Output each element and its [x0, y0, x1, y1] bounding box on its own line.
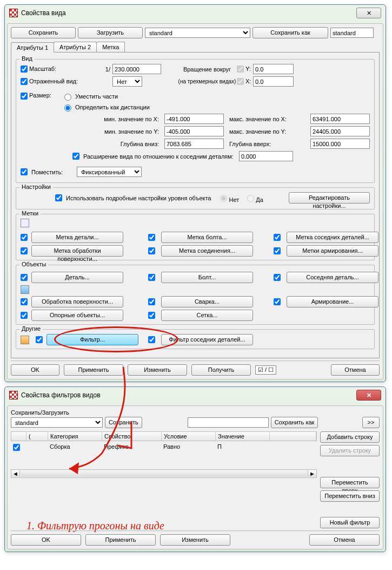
col-value[interactable]: Значение: [216, 432, 270, 441]
mark4-check[interactable]: [21, 245, 28, 257]
settings-legend: Настройки: [19, 184, 53, 190]
ok-button[interactable]: OK: [11, 364, 59, 376]
apply-button2[interactable]: Применить: [85, 534, 156, 546]
settings-no-radio: [220, 195, 227, 202]
mark6-check[interactable]: [273, 247, 282, 254]
edit-settings-button[interactable]: Редактировать настройки...: [289, 192, 370, 204]
depth-up-input[interactable]: [310, 139, 370, 149]
tab-attributes1[interactable]: Атрибуты 1: [11, 42, 54, 53]
preset-select[interactable]: standard: [145, 28, 250, 38]
obj8-check[interactable]: [147, 312, 156, 319]
mark-neighbor-button[interactable]: Метка соседних деталей...: [287, 232, 378, 243]
change-button2[interactable]: Изменить: [160, 534, 230, 546]
obj4-check[interactable]: [21, 296, 28, 307]
filter-properties-window: Свойства фильтров видов ✕ Сохранить/Загр…: [4, 386, 386, 552]
mark-surface-button[interactable]: Метка обработки поверхности...: [31, 245, 123, 257]
scroll-right-icon[interactable]: ►: [308, 470, 316, 477]
mark5-check[interactable]: [147, 247, 156, 254]
apply-button[interactable]: Применить: [64, 364, 123, 376]
obj2-check[interactable]: [147, 274, 156, 281]
save-button2[interactable]: Сохранить: [105, 417, 142, 428]
mark-rebar-button[interactable]: Метки армирования...: [287, 245, 378, 257]
close-button2[interactable]: ✕: [356, 390, 381, 401]
scale-check[interactable]: [21, 65, 28, 73]
save-as-name-input[interactable]: [330, 28, 374, 38]
row-check[interactable]: [13, 444, 20, 451]
cancel-button[interactable]: Отмена: [331, 364, 380, 376]
obj-reference-button[interactable]: Опорные объекты...: [31, 310, 123, 321]
saveas-name-input2[interactable]: [188, 417, 269, 428]
scroll-left-icon[interactable]: ◄: [11, 470, 20, 477]
mark3-check[interactable]: [273, 234, 282, 241]
minx-input[interactable]: [164, 114, 224, 124]
col-property[interactable]: Свойство: [102, 432, 162, 441]
new-filter-button[interactable]: Новый фильтр: [320, 517, 380, 528]
mark2-check[interactable]: [147, 234, 156, 241]
window-title2: Свойства фильтров видов: [21, 391, 356, 399]
expand-button[interactable]: >>: [362, 417, 380, 428]
obj-grid-button[interactable]: Сетка...: [161, 310, 253, 321]
filter-table-row[interactable]: Сборка Префикс Равно П: [11, 441, 317, 453]
tab-attributes2[interactable]: Атрибуты 2: [54, 42, 97, 52]
save-button[interactable]: Сохранить: [11, 27, 76, 38]
place-select[interactable]: Фиксированный: [77, 167, 142, 177]
obj7-check[interactable]: [21, 310, 28, 321]
mark-connection-button[interactable]: Метка соединения...: [161, 245, 253, 257]
reflected-select[interactable]: Нет: [112, 76, 142, 87]
close-button[interactable]: ✕: [356, 8, 381, 18]
obj-bolt-button[interactable]: Болт...: [161, 272, 253, 283]
scroll-thumb[interactable]: [21, 470, 307, 477]
miny-input[interactable]: [164, 126, 224, 136]
add-row-button[interactable]: Добавить строку: [320, 431, 380, 443]
filter-button[interactable]: Фильтр...: [46, 334, 138, 345]
mark1-check[interactable]: [21, 232, 28, 243]
usesettings-check[interactable]: [55, 194, 62, 201]
obj-surface-button[interactable]: Обработка поверхности...: [31, 296, 123, 307]
rot-x-check: [237, 78, 244, 85]
tab-label[interactable]: Метка: [96, 42, 125, 52]
mark-bolt-button[interactable]: Метка болта...: [161, 232, 253, 243]
saveas-button2[interactable]: Сохранить как: [271, 417, 318, 428]
h-scrollbar[interactable]: ◄ ►: [11, 469, 317, 478]
maxx-input[interactable]: [310, 114, 370, 124]
obj1-check[interactable]: [21, 272, 28, 283]
move-down-button[interactable]: Переместить вниз: [320, 490, 380, 502]
col-condition[interactable]: Условие: [162, 432, 216, 441]
filter-check[interactable]: [36, 334, 43, 345]
ok-button2[interactable]: OK: [11, 534, 81, 546]
place-check[interactable]: [21, 168, 28, 175]
depth-down-input[interactable]: [164, 139, 224, 149]
extend-check[interactable]: [72, 153, 79, 160]
objects-group: Объекты Деталь... Болт... Соседняя детал…: [16, 265, 375, 325]
toggle-checks-button[interactable]: ☑ / ☐: [255, 365, 276, 375]
rot-y-input[interactable]: [253, 64, 294, 74]
neighbor-filter-button[interactable]: Фильтр соседних деталей...: [161, 334, 253, 345]
neighbor-filter-check[interactable]: [147, 336, 156, 343]
col-paren[interactable]: (: [26, 432, 48, 441]
size-fit-radio[interactable]: [64, 94, 71, 101]
obj5-check[interactable]: [147, 298, 156, 305]
cancel-button2[interactable]: Отмена: [309, 534, 380, 546]
col-category[interactable]: Категория: [48, 432, 102, 441]
scale-input[interactable]: [112, 64, 161, 74]
reflected-check[interactable]: [21, 78, 28, 85]
load-button[interactable]: Загрузить: [78, 27, 143, 38]
obj-weld-button[interactable]: Сварка...: [161, 296, 253, 307]
obj-neighbor-button[interactable]: Соседняя деталь...: [287, 272, 378, 283]
change-button[interactable]: Изменить: [128, 364, 187, 376]
mark-part-button[interactable]: Метка детали...: [31, 232, 123, 243]
rot-x-input[interactable]: [253, 76, 294, 87]
move-up-button[interactable]: Переместить вверх: [320, 477, 380, 488]
preset-select2[interactable]: standard: [11, 417, 103, 428]
obj6-check[interactable]: [273, 298, 282, 305]
size-check[interactable]: [21, 93, 28, 100]
obj3-check[interactable]: [273, 274, 282, 281]
delete-row-button[interactable]: Удалить строку: [320, 445, 380, 456]
size-dist-radio[interactable]: [64, 104, 71, 112]
maxy-input[interactable]: [310, 126, 370, 136]
get-button[interactable]: Получить: [191, 364, 251, 376]
extend-input[interactable]: [239, 151, 293, 161]
obj-rebar-button[interactable]: Армирование...: [287, 296, 378, 307]
obj-part-button[interactable]: Деталь...: [31, 272, 123, 283]
save-as-button[interactable]: Сохранить как: [253, 27, 328, 38]
